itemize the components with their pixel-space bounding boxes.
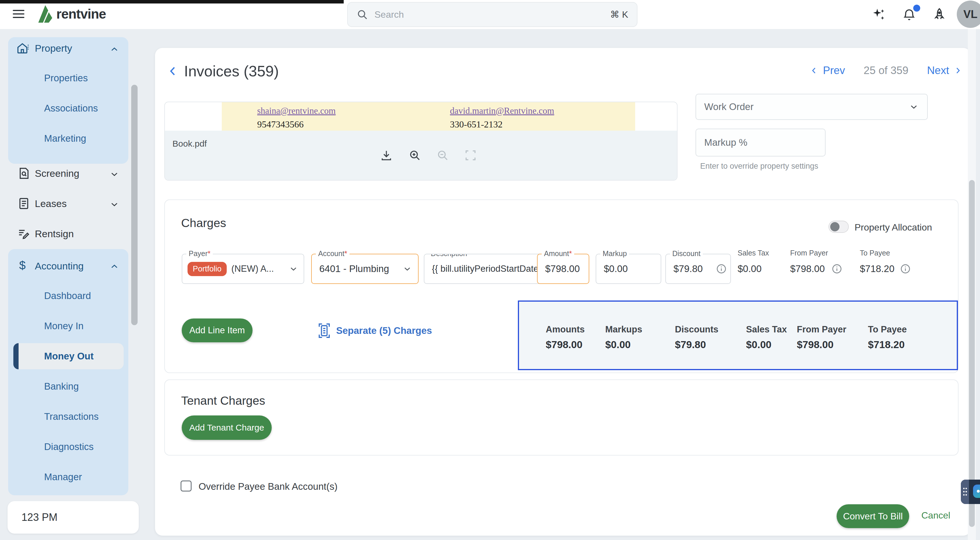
discount-value: $79.80 [673, 263, 703, 274]
document-email-link[interactable]: david.martin@Rentvine.com [450, 106, 554, 116]
sidebar-item-marketing[interactable]: Marketing [44, 133, 86, 144]
sales-tax-value: $0.00 [738, 263, 762, 274]
accounting-dollar-icon: $ [19, 259, 25, 272]
info-icon[interactable] [831, 263, 842, 274]
zoom-out-icon[interactable] [436, 149, 449, 162]
payer-type-badge: Portfolio [188, 262, 227, 276]
work-order-placeholder: Work Order [704, 101, 908, 112]
fullscreen-icon[interactable] [464, 149, 477, 162]
download-icon[interactable] [380, 149, 393, 162]
viewer-footer: Book.pdf [165, 131, 677, 180]
convert-to-bill-button[interactable]: Convert To Bill [837, 504, 909, 528]
chevron-up-icon[interactable] [109, 44, 119, 54]
clock-widget: 123 PM [8, 501, 139, 534]
chevron-right-icon [954, 65, 962, 76]
sidebar-item-banking[interactable]: Banking [44, 381, 79, 392]
totals-from-payer-value: $798.00 [797, 339, 834, 350]
totals-sales-tax-value: $0.00 [746, 339, 772, 350]
totals-markups-label: Markups [605, 324, 642, 335]
drag-handle-icon[interactable] [961, 479, 969, 504]
pdf-viewer: shaina@rentvine.com 9547343566 david.mar… [164, 102, 678, 181]
page-title: Invoices (359) [184, 62, 279, 80]
sidebar-item-associations[interactable]: Associations [44, 103, 98, 114]
rocket-icon[interactable] [932, 8, 946, 21]
top-edge-strip [0, 0, 344, 3]
property-allocation-toggle[interactable] [829, 221, 849, 233]
totals-amounts-value: $798.00 [546, 339, 582, 350]
sidebar-item-leases[interactable]: Leases [35, 198, 67, 209]
markup-label: Markup [600, 249, 629, 258]
markup-field[interactable]: Markup $0.00 [596, 254, 661, 284]
separate-charges-link[interactable]: Separate (5) Charges [318, 322, 432, 340]
prev-label: Prev [823, 64, 845, 76]
sidebar-item-property[interactable]: Property [35, 43, 72, 54]
leases-icon [18, 197, 31, 210]
account-value: 6401 - Plumbing [319, 263, 389, 274]
sidebar-item-money-in[interactable]: Money In [44, 320, 84, 331]
work-order-select[interactable]: Work Order [695, 94, 928, 120]
search-input[interactable]: Search ⌘ K [347, 2, 638, 27]
add-tenant-charge-button[interactable]: Add Tenant Charge [182, 416, 272, 440]
sidebar-item-dashboard[interactable]: Dashboard [44, 290, 91, 301]
sidebar-item-rentsign[interactable]: Rentsign [35, 228, 74, 239]
notification-dot [913, 5, 920, 12]
sidebar-item-manager[interactable]: Manager [44, 472, 82, 483]
back-icon[interactable] [167, 64, 180, 78]
next-label: Next [927, 64, 949, 76]
from-payer-value: $798.00 [790, 263, 825, 274]
chevron-down-icon [402, 264, 412, 274]
rentvine-logo[interactable]: rentvine [37, 5, 106, 23]
chevron-down-icon[interactable] [109, 169, 119, 179]
sparkles-icon[interactable] [872, 8, 886, 21]
document-email-link[interactable]: shaina@rentvine.com [257, 106, 336, 116]
next-button[interactable]: Next [927, 64, 962, 76]
totals-markups-value: $0.00 [605, 339, 631, 350]
totals-amounts-label: Amounts [546, 324, 585, 335]
avatar-initials: VL [964, 8, 978, 21]
sidebar-item-transactions[interactable]: Transactions [44, 411, 99, 422]
add-line-item-button[interactable]: Add Line Item [182, 319, 253, 342]
sidebar-scrollbar[interactable] [131, 85, 138, 325]
info-icon[interactable] [716, 263, 727, 274]
menu-icon[interactable] [13, 10, 24, 19]
charges-totals-box: Amounts $798.00 Markups $0.00 Discounts … [518, 301, 958, 370]
sidebar-item-screening[interactable]: Screening [35, 168, 79, 179]
payer-select[interactable]: Payer* Portfolio (NEW) A... [182, 254, 304, 284]
sidebar-group-accounting [8, 249, 128, 495]
override-payee-checkbox[interactable] [181, 481, 192, 492]
discount-field[interactable]: Discount $79.80 [665, 254, 731, 284]
sidebar-item-properties[interactable]: Properties [44, 73, 88, 84]
info-icon[interactable] [900, 263, 911, 274]
zoom-in-icon[interactable] [408, 149, 422, 162]
cancel-button[interactable]: Cancel [921, 510, 950, 521]
page-scrollbar-thumb[interactable] [969, 180, 975, 527]
totals-to-payee-label: To Payee [868, 324, 907, 335]
rentvine-leaf-icon [37, 5, 53, 23]
chevron-up-icon[interactable] [109, 261, 119, 272]
description-label: Description [428, 254, 469, 258]
sidebar-item-diagnostics[interactable]: Diagnostics [44, 441, 94, 452]
invoice-detail-card: Invoices (359) Prev 25 of 359 Next shain… [155, 48, 971, 536]
markup-helper-text: Enter to override property settings [700, 162, 818, 171]
amount-field[interactable]: Amount* $798.00 [537, 254, 589, 284]
amount-label: Amount* [542, 249, 574, 258]
prev-button[interactable]: Prev [810, 64, 845, 76]
override-payee-label: Override Payee Bank Account(s) [199, 481, 337, 492]
chevron-left-icon [810, 65, 818, 76]
pdf-page-region: shaina@rentvine.com 9547343566 david.mar… [222, 102, 635, 131]
description-field[interactable]: Description {{ bill.utilityPeriodStartDa… [424, 254, 543, 284]
account-select[interactable]: Account* 6401 - Plumbing [311, 254, 418, 284]
markup-percent-field[interactable]: Markup % [695, 129, 826, 156]
markup-placeholder: Markup % [704, 137, 748, 148]
chat-widget[interactable] [961, 479, 980, 504]
payer-value: (NEW) A... [231, 264, 284, 274]
chat-bubble-icon [973, 484, 980, 498]
sidebar-item-accounting[interactable]: Accounting [35, 260, 84, 272]
chevron-down-icon[interactable] [109, 199, 119, 210]
totals-from-payer-label: From Payer [797, 324, 846, 335]
account-label: Account* [316, 249, 350, 258]
sidebar-item-money-out[interactable]: Money Out [44, 351, 94, 362]
description-value: {{ bill.utilityPeriodStartDate [432, 264, 538, 274]
discount-label: Discount [670, 249, 703, 258]
clock-text: 123 PM [21, 511, 57, 524]
